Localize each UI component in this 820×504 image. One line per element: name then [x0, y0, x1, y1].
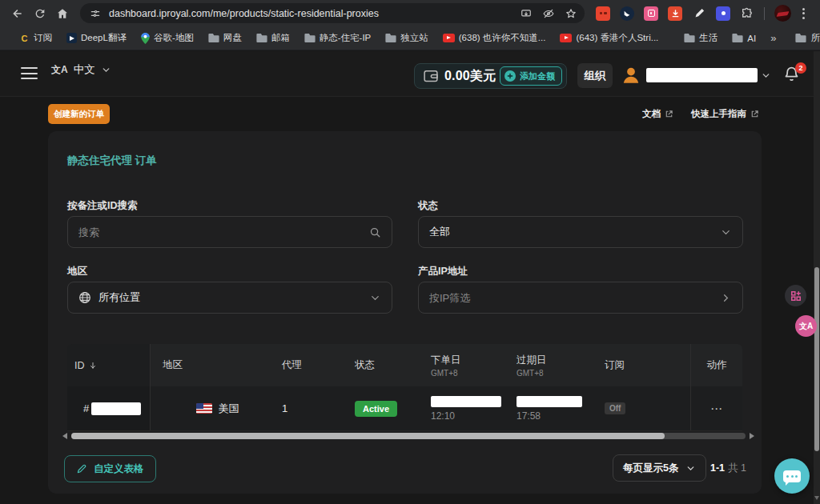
external-link-icon — [750, 110, 759, 118]
row-actions-button[interactable]: ⋯ — [710, 402, 723, 416]
bookmark-item[interactable]: (638) 也许你不知道... — [443, 32, 546, 44]
quickstart-link[interactable]: 快速上手指南 — [691, 108, 759, 120]
ip-filter-input[interactable] — [429, 292, 720, 304]
extensions-puzzle-icon[interactable] — [740, 6, 754, 21]
url-text[interactable]: dashboard.iproyal.com/me/products/static… — [109, 8, 509, 19]
create-order-button[interactable]: 创建新的订单 — [48, 104, 110, 124]
extension-blue-icon[interactable] — [716, 6, 730, 21]
site-settings-icon[interactable] — [90, 8, 101, 19]
search-input[interactable] — [78, 226, 369, 238]
orders-card: 静态住宅代理 订单 按备注或ID搜索 状态 全部 地区 产品IP地址 所有位置 … — [48, 131, 762, 494]
add-funds-button[interactable]: 添加金额 — [500, 66, 562, 86]
browser-toolbar: dashboard.iproyal.com/me/products/static… — [0, 0, 820, 26]
order-id-cell: # — [67, 386, 151, 430]
vertical-scrollbar-thumb[interactable] — [814, 267, 819, 451]
extension-red-icon[interactable] — [596, 6, 610, 21]
youtube-icon — [443, 34, 455, 42]
region-value: 所有位置 — [98, 290, 369, 305]
column-header-id[interactable]: ID — [67, 344, 151, 386]
bookmark-folder[interactable]: 网盘 — [208, 32, 242, 44]
account-chevron-icon[interactable] — [761, 70, 771, 81]
folder-icon — [208, 34, 219, 42]
all-bookmarks-folder[interactable]: 所有书签 — [795, 32, 820, 44]
bookmark-item[interactable]: C订阅 — [19, 32, 52, 44]
chat-bubble-icon — [783, 470, 801, 482]
subscription-badge[interactable]: Off — [605, 402, 625, 414]
user-avatar-icon[interactable] — [621, 65, 641, 86]
status-select[interactable]: 全部 — [418, 216, 743, 248]
column-header-proxies[interactable]: 代理 — [272, 344, 340, 386]
bookmark-folder[interactable]: 独立站 — [385, 32, 428, 44]
scrollbar-track[interactable] — [71, 433, 746, 439]
subscription-cell: Off — [593, 386, 690, 430]
bookmark-folder[interactable]: 邮箱 — [256, 32, 290, 44]
bookmarks-overflow-chevron[interactable]: » — [770, 32, 776, 44]
notification-badge: 2 — [795, 62, 806, 74]
bookmark-item[interactable]: 谷歌-地图 — [141, 32, 194, 44]
deepl-favicon — [66, 33, 77, 43]
chevron-down-icon — [369, 292, 381, 304]
floating-translate-widget[interactable]: 文A — [795, 315, 817, 337]
app-header: 文A 中文 0.00美元 添加金额 组织 2 — [0, 51, 820, 97]
folder-icon — [256, 34, 267, 42]
column-header-expiry-date[interactable]: 过期日GMT+8 — [502, 344, 593, 386]
folder-icon — [795, 34, 806, 42]
docs-link-label: 文档 — [642, 108, 661, 120]
bookmark-folder[interactable]: 生活 — [684, 32, 718, 44]
bookmark-item[interactable]: (643) 香港个人Stri... — [560, 32, 658, 44]
language-selector[interactable]: 文A 中文 — [51, 62, 111, 77]
column-header-order-date[interactable]: 下单日GMT+8 — [416, 344, 502, 386]
customize-table-button[interactable]: 自定义表格 — [64, 455, 156, 482]
ip-filter-field[interactable] — [418, 282, 743, 314]
floating-capture-widget[interactable] — [785, 285, 806, 306]
profile-avatar[interactable] — [774, 5, 791, 22]
scroll-left-arrow[interactable] — [62, 433, 67, 439]
browser-vertical-scrollbar[interactable] — [814, 51, 820, 504]
bookmark-folder[interactable]: 静态-住宅-IP — [304, 32, 372, 44]
organization-button[interactable]: 组织 — [577, 63, 613, 88]
column-header-status[interactable]: 状态 — [340, 344, 416, 386]
add-funds-label: 添加金额 — [520, 70, 555, 82]
search-field[interactable] — [67, 216, 392, 248]
bookmark-label: 谷歌-地图 — [154, 32, 194, 44]
plus-icon — [504, 70, 516, 82]
send-to-device-icon[interactable] — [521, 8, 532, 19]
wallet-icon — [424, 70, 438, 82]
eye-off-icon[interactable] — [543, 8, 554, 19]
order-date-cell: 12:10 — [416, 386, 502, 430]
docs-link[interactable]: 文档 — [642, 108, 673, 120]
chat-fab[interactable] — [774, 458, 810, 494]
notifications-button[interactable]: 2 — [783, 66, 802, 85]
user-name-redacted[interactable] — [646, 68, 758, 82]
reload-icon — [34, 7, 46, 20]
scroll-right-arrow[interactable] — [750, 433, 754, 439]
region-select[interactable]: 所有位置 — [67, 282, 392, 314]
scroll-down-arrow[interactable] — [814, 496, 819, 500]
search-filter-label: 按备注或ID搜索 — [67, 199, 138, 213]
address-bar[interactable]: dashboard.iproyal.com/me/products/static… — [80, 3, 585, 23]
back-button[interactable] — [6, 2, 29, 25]
folder-icon — [684, 34, 695, 42]
extension-pink-icon[interactable] — [644, 6, 658, 21]
chrome-menu-icon[interactable] — [799, 5, 808, 22]
external-link-icon — [665, 110, 673, 118]
scrollbar-thumb[interactable] — [71, 433, 665, 439]
pencil-icon — [76, 463, 87, 474]
bookmark-star-icon[interactable] — [565, 8, 577, 19]
status-filter-label: 状态 — [418, 199, 438, 213]
bookmark-folder[interactable]: AI — [732, 34, 756, 43]
column-header-region[interactable]: 地区 — [151, 344, 272, 386]
extension-deepl-icon[interactable] — [620, 6, 634, 21]
extension-download-icon[interactable] — [668, 6, 682, 21]
reload-button[interactable] — [29, 2, 51, 25]
chevron-right-icon — [720, 292, 732, 304]
column-header-subscription[interactable]: 订阅 — [593, 344, 690, 386]
bookmark-label: 独立站 — [400, 32, 428, 44]
home-button[interactable] — [51, 2, 74, 25]
bookmark-label: 生活 — [699, 32, 718, 44]
bookmark-item[interactable]: DeepL翻译 — [66, 32, 127, 44]
bookmark-label: 所有书签 — [810, 32, 820, 44]
extension-pen-icon[interactable] — [692, 6, 706, 21]
hamburger-menu-icon[interactable] — [21, 67, 38, 79]
per-page-select[interactable]: 每页显示5条 — [613, 454, 706, 482]
